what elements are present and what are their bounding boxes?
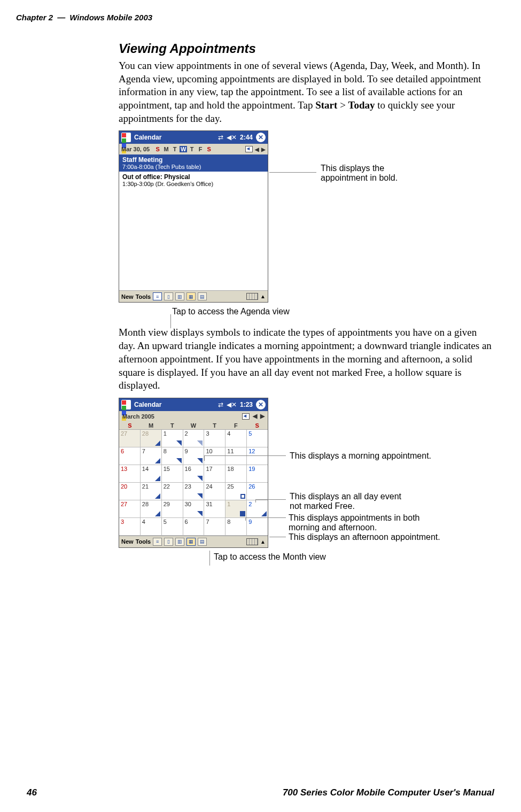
new-button[interactable]: New — [121, 293, 134, 300]
calendar-cell[interactable]: 18 — [225, 465, 247, 482]
calendar-cell[interactable]: 9 — [247, 518, 268, 535]
para-1-today: Today — [348, 99, 375, 111]
sip-up-icon[interactable]: ▲ — [260, 539, 266, 545]
calendar-cell[interactable]: 2 — [247, 500, 268, 517]
calendar-cell[interactable]: 28 — [141, 430, 162, 447]
calendar-cell[interactable]: 8 — [225, 518, 247, 535]
calendar-cell[interactable]: 24 — [204, 483, 225, 500]
calendar-cell[interactable]: 1 — [225, 500, 247, 517]
start-icon[interactable] — [121, 400, 131, 409]
leader-line — [255, 499, 256, 502]
calendar-cell[interactable]: 12 — [247, 447, 268, 465]
afternoon-indicator-icon — [155, 493, 160, 499]
agenda-caption: Tap to access the Agenda view — [172, 307, 494, 316]
month-view-icon[interactable]: ▦ — [186, 292, 196, 300]
calendar-cell[interactable]: 31 — [204, 500, 225, 517]
goto-today-icon[interactable] — [245, 146, 253, 152]
agenda-week-picker[interactable]: S M T W T F S — [154, 146, 245, 152]
calendar-cell[interactable]: 5 — [247, 430, 268, 447]
wk-sun[interactable]: S — [154, 146, 161, 152]
month-clock[interactable]: 1:23 — [240, 401, 253, 408]
prev-month-icon[interactable]: ◀ — [253, 413, 257, 420]
calendar-cell[interactable]: 21 — [141, 483, 162, 500]
calendar-cell[interactable]: 7 — [141, 447, 162, 465]
next-day-icon[interactable]: ▶ — [261, 146, 266, 152]
prev-day-icon[interactable]: ◀ — [255, 146, 259, 152]
agenda-clock[interactable]: 2:44 — [240, 134, 253, 141]
wk-mon[interactable]: M — [162, 146, 170, 152]
day-view-icon[interactable]: ▯ — [164, 292, 173, 300]
calendar-cell[interactable]: 17 — [204, 465, 225, 482]
calendar-cell[interactable]: 16 — [183, 465, 205, 482]
agenda-view-icon[interactable]: ≡ — [153, 538, 162, 546]
calendar-cell[interactable]: 4 — [225, 430, 247, 447]
calendar-cell[interactable]: 2 — [183, 430, 205, 447]
tools-button[interactable]: Tools — [136, 293, 151, 300]
agenda-date[interactable]: Mar 30, 05 — [121, 146, 150, 152]
goto-today-icon[interactable] — [242, 413, 250, 420]
appointment-selected[interactable]: Staff Meeting 7:00a-8:00a (Tech Pubs tab… — [119, 154, 268, 172]
year-view-icon[interactable]: ▤ — [198, 538, 207, 546]
next-month-icon[interactable]: ▶ — [260, 413, 265, 420]
calendar-cell[interactable]: 30 — [183, 500, 205, 517]
keyboard-icon[interactable] — [246, 293, 258, 300]
calendar-cell[interactable]: 11 — [225, 447, 247, 465]
close-icon[interactable]: ✕ — [256, 133, 266, 142]
connectivity-icon[interactable]: ⇄ — [218, 401, 223, 408]
calendar-cell[interactable]: 6 — [183, 518, 205, 535]
calendar-cell[interactable]: 25 — [225, 483, 247, 500]
month-view-icon[interactable]: ▦ — [186, 538, 196, 546]
connectivity-icon[interactable]: ⇄ — [218, 134, 223, 141]
calendar-cell[interactable]: 23 — [183, 483, 205, 500]
agenda-titlebar[interactable]: Calendar ⇄ ◀✕ 2:44 ✕ — [119, 131, 268, 144]
agenda-view-icon[interactable]: ≡ — [153, 292, 162, 300]
calendar-cell[interactable]: 4 — [141, 518, 162, 535]
keyboard-icon[interactable] — [246, 538, 258, 545]
calendar-cell[interactable]: 20 — [119, 483, 141, 500]
wk-thu[interactable]: T — [188, 146, 196, 152]
tools-button[interactable]: Tools — [136, 538, 151, 545]
calendar-cell[interactable]: 19 — [247, 465, 268, 482]
calendar-cell[interactable]: 5 — [162, 518, 183, 535]
wk-tue[interactable]: T — [171, 146, 178, 152]
calendar-cell[interactable]: 3 — [119, 518, 141, 535]
day-view-icon[interactable]: ▯ — [164, 538, 173, 546]
calendar-cell[interactable]: 3 — [204, 430, 225, 447]
month-label[interactable]: March 2005 — [122, 413, 242, 420]
speaker-icon[interactable]: ◀✕ — [227, 401, 237, 408]
close-icon[interactable]: ✕ — [256, 400, 266, 409]
calendar-cell[interactable]: 9 — [183, 447, 205, 465]
callout-allday-2: not marked Free. — [290, 501, 355, 511]
calendar-cell[interactable]: 29 — [162, 500, 183, 517]
sip-up-icon[interactable]: ▲ — [260, 293, 266, 299]
calendar-cell[interactable]: 10 — [204, 447, 225, 465]
calendar-cell[interactable]: 8 — [162, 447, 183, 465]
wk-wed[interactable]: W — [180, 146, 187, 152]
calendar-cell[interactable]: 27 — [119, 500, 141, 517]
calendar-cell[interactable]: 6 — [119, 447, 141, 465]
calendar-cell[interactable]: 1 — [162, 430, 183, 447]
afternoon-indicator-icon — [261, 511, 267, 516]
calendar-cell[interactable]: 7 — [204, 518, 225, 535]
new-button[interactable]: New — [121, 538, 134, 545]
calendar-cell[interactable]: 15 — [162, 465, 183, 482]
calendar-cell[interactable]: 28 — [141, 500, 162, 517]
week-view-icon[interactable]: ▥ — [175, 292, 184, 300]
wk-fri[interactable]: F — [197, 146, 204, 152]
calendar-cell[interactable]: 27 — [119, 430, 141, 447]
month-caption: Tap to access the Month view — [214, 552, 494, 562]
month-titlebar[interactable]: Calendar ⇄ ◀✕ 1:23 ✕ — [119, 398, 268, 411]
speaker-icon[interactable]: ◀✕ — [227, 134, 237, 141]
calendar-cell[interactable]: 26 — [247, 483, 268, 500]
para-1: You can view appointments in one of seve… — [119, 59, 494, 125]
hdr-wed: W — [183, 422, 204, 429]
week-view-icon[interactable]: ▥ — [175, 538, 184, 546]
start-icon[interactable] — [121, 133, 131, 142]
calendar-cell[interactable]: 14 — [141, 465, 162, 482]
calendar-cell[interactable]: 13 — [119, 465, 141, 482]
year-view-icon[interactable]: ▤ — [198, 292, 207, 300]
calendar-cell[interactable]: 22 — [162, 483, 183, 500]
appointment-item[interactable]: Out of office: Physical 1:30p-3:00p (Dr.… — [119, 172, 268, 189]
wk-sat[interactable]: S — [205, 146, 213, 152]
calendar-row: 13141516171819 — [119, 465, 268, 483]
